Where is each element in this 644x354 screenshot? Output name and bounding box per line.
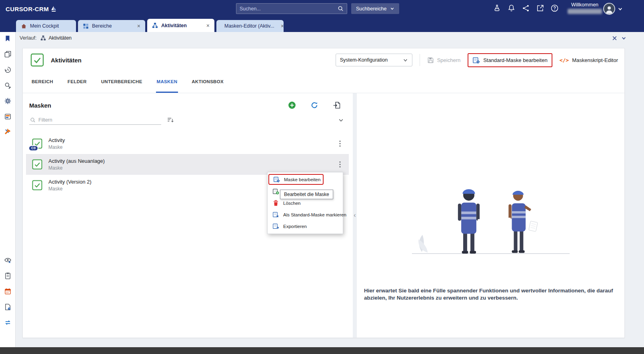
global-search-box[interactable] — [236, 3, 347, 14]
tab-close-icon[interactable]: × — [137, 23, 140, 29]
mask-type: Maske — [48, 165, 105, 171]
edit-default-mask-button[interactable]: Standard-Maske bearbeiten — [468, 53, 552, 67]
visibility-star-icon[interactable] — [3, 255, 12, 265]
user-name-redacted — [568, 9, 602, 14]
person-icon — [604, 4, 614, 14]
tab-masken-editor[interactable]: Masken-Editor (Aktiv... × — [216, 20, 284, 32]
welcome-block: Willkommen — [565, 2, 605, 14]
calendar-icon[interactable] — [3, 286, 12, 296]
copy-pages-icon[interactable] — [3, 49, 12, 59]
mask-badge: C0 — [28, 145, 38, 151]
menu-item-label: Als Standard-Maske markieren — [283, 212, 346, 217]
tab-label: Mein Cockpit — [30, 23, 71, 29]
row-menu-kebab-icon[interactable] — [335, 160, 345, 169]
tab-close-icon[interactable]: × — [206, 22, 210, 29]
flask-icon[interactable] — [493, 4, 501, 12]
mask-name: Activity — [48, 137, 65, 143]
search-edit-icon[interactable] — [3, 80, 12, 90]
tab-felder[interactable]: FELDER — [67, 72, 88, 93]
sync-icon[interactable] — [3, 318, 12, 327]
save-button-label: Speichern — [437, 57, 461, 63]
history-label: Verlauf: — [20, 35, 36, 41]
mask-type: Maske — [48, 144, 65, 150]
trash-icon — [272, 200, 279, 206]
menu-item-label: Löschen — [283, 201, 300, 206]
import-mask-button[interactable] — [333, 101, 341, 109]
copy-plus-icon — [272, 188, 279, 195]
mask-script-editor-label: Maskenskript-Editor — [572, 57, 618, 63]
mask-name: Activity (aus Neuanlage) — [48, 158, 105, 164]
app-logo-text: CURSOR-CRM — [6, 6, 49, 12]
page-settings-icon[interactable] — [3, 302, 12, 312]
mask-name: Activity (Version 2) — [48, 179, 92, 185]
menu-item-exportieren[interactable]: Exportieren — [268, 220, 343, 232]
edit-default-mask-label: Standard-Maske bearbeiten — [483, 57, 547, 63]
open-new-window-icon[interactable] — [536, 4, 544, 12]
tab-close-icon[interactable]: × — [281, 23, 284, 29]
mask-edit-icon — [472, 56, 480, 64]
filter-input[interactable] — [38, 117, 160, 123]
filter-row — [29, 113, 346, 127]
search-icon[interactable] — [338, 6, 344, 12]
home-icon — [21, 23, 27, 29]
filter-search-icon — [30, 117, 36, 123]
search-scope-button[interactable]: Suchbereiche — [351, 3, 399, 14]
save-button[interactable]: Speichern — [427, 57, 461, 64]
welcome-label: Willkommen — [565, 2, 605, 8]
configuration-select[interactable]: System-Konfiguration — [336, 54, 412, 66]
search-scope-label: Suchbereiche — [356, 6, 386, 12]
history-icon[interactable] — [3, 65, 12, 74]
mask-star-icon — [272, 211, 279, 218]
menu-item-label: Maske bearbeiten — [284, 177, 320, 182]
tab-mein-cockpit[interactable]: Mein Cockpit — [16, 20, 76, 32]
bookmark-icon[interactable] — [3, 34, 12, 43]
configuration-select-value: System-Konfiguration — [340, 57, 388, 63]
expand-filter-chevron-icon[interactable] — [338, 117, 344, 123]
card-header: Aktivitäten System-Konfiguration Speiche… — [23, 48, 624, 72]
add-mask-button[interactable] — [288, 101, 296, 109]
close-history-icon[interactable] — [612, 36, 617, 41]
tab-unterbereiche[interactable]: UNTERBEREICHE — [100, 72, 143, 93]
settings-gear-icon[interactable] — [3, 96, 12, 106]
share-icon[interactable] — [522, 4, 530, 12]
left-icon-sidebar — [0, 32, 16, 354]
header-divider — [420, 54, 420, 66]
tab-aktivitaeten[interactable]: Aktivitäten × — [147, 19, 214, 32]
panel-gutter: ‹ — [353, 93, 357, 338]
profile-chevron-down-icon[interactable] — [618, 6, 623, 12]
search-input[interactable] — [240, 6, 338, 12]
mask-script-editor-button[interactable]: </> Maskenskript-Editor — [560, 57, 618, 63]
edit-note-icon[interactable] — [3, 271, 12, 280]
page-title: Aktivitäten — [51, 57, 82, 64]
tab-label: Bereiche — [92, 23, 131, 29]
save-floppy-icon — [427, 57, 434, 64]
mask-row-activity[interactable]: C0 Activity Maske — [26, 133, 349, 154]
chevron-down-icon — [390, 6, 394, 11]
history-bar: Verlauf: Aktivitäten — [16, 32, 644, 44]
app-logo: CURSOR-CRM — [6, 6, 56, 12]
help-icon[interactable] — [550, 4, 559, 12]
mask-edit-icon — [273, 176, 280, 183]
notifications-bell-icon[interactable] — [507, 4, 516, 12]
tab-bereiche[interactable]: Bereiche × — [78, 20, 145, 32]
menu-item-als-standard-maske-markieren[interactable]: Als Standard-Maske markieren — [268, 209, 343, 220]
workers-illustration — [399, 153, 583, 265]
refresh-button[interactable] — [310, 101, 318, 109]
history-item-aktivitaeten[interactable]: Aktivitäten — [40, 35, 72, 41]
sort-icon[interactable] — [167, 116, 174, 124]
mask-check-icon — [32, 159, 43, 170]
tab-aktionsbox[interactable]: AKTIONSBOX — [191, 72, 224, 93]
code-icon: </> — [560, 57, 569, 63]
menu-item-maske-bearbeiten[interactable]: Maske bearbeiten — [268, 174, 324, 185]
history-dropdown-chevron-icon[interactable] — [621, 36, 626, 41]
worker-left — [458, 189, 481, 254]
tab-bereich[interactable]: BEREICH — [31, 72, 54, 93]
avatar[interactable] — [603, 3, 615, 15]
modules-icon[interactable] — [3, 112, 12, 121]
row-menu-kebab-icon[interactable] — [335, 139, 345, 148]
top-bar: CURSOR-CRM Suchbereiche — [0, 0, 644, 18]
tab-label: Masken-Editor (Aktiv... — [224, 23, 274, 29]
admin-tools-wrench-icon[interactable] — [3, 127, 12, 137]
tab-masken[interactable]: MASKEN — [156, 72, 178, 93]
filter-field[interactable] — [29, 116, 161, 125]
